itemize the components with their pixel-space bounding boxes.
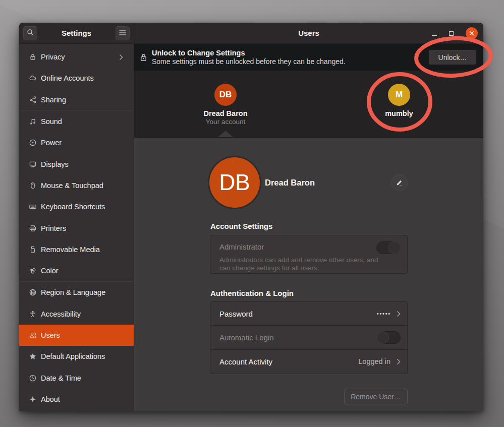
sidebar-item-default-applications[interactable]: Default Applications <box>19 346 134 367</box>
sidebar-item-accessibility[interactable]: Accessibility <box>19 303 134 325</box>
sidebar-item-displays[interactable]: Displays <box>19 153 134 174</box>
sidebar-item-label: Keyboard Shortcuts <box>41 203 129 211</box>
sidebar-item-region-language[interactable]: Region & Language <box>19 282 134 303</box>
sidebar-item-label: Date & Time <box>41 374 129 382</box>
cloud-icon <box>29 74 37 82</box>
app-title: Settings <box>62 29 91 37</box>
chevron-right-icon <box>119 54 123 60</box>
chevron-right-icon <box>397 311 401 317</box>
power-icon <box>29 139 37 147</box>
sidebar-header: Settings <box>19 23 134 44</box>
sidebar-item-about[interactable]: About <box>19 389 134 410</box>
close-button[interactable] <box>466 27 478 39</box>
automatic-login-toggle[interactable] <box>376 331 401 344</box>
sidebar-item-power[interactable]: Power <box>19 132 134 153</box>
mouse-icon <box>29 181 37 190</box>
sidebar-list: PrivacyOnline AccountsSharingSoundPowerD… <box>19 44 134 410</box>
settings-window: Settings PrivacyOnline AccountsSharingSo… <box>19 23 483 411</box>
user-chooser-dread-baron[interactable]: DB Dread Baron Your account <box>190 84 261 126</box>
avatar: M <box>388 84 410 106</box>
administrator-toggle[interactable] <box>376 241 401 254</box>
sidebar-item-color[interactable]: Color <box>19 260 134 281</box>
administrator-label: Administrator <box>219 242 264 251</box>
password-dots: ••••• <box>377 311 391 317</box>
printer-icon <box>29 224 37 232</box>
row-label: Password <box>219 310 377 318</box>
unlock-banner: Unlock to Change Settings Some settings … <box>134 44 483 71</box>
sidebar-item-sharing[interactable]: Sharing <box>19 89 134 110</box>
clock-icon <box>29 374 37 382</box>
sidebar-item-label: Accessibility <box>41 310 129 318</box>
minimize-button[interactable] <box>432 35 437 36</box>
pencil-icon <box>396 179 403 187</box>
auth-card: Password•••••Automatic LoginAccount Acti… <box>210 301 408 374</box>
sidebar-item-removable-media[interactable]: Removable Media <box>19 239 134 260</box>
media-icon <box>29 246 37 254</box>
row-label: Automatic Login <box>219 333 376 342</box>
display-icon <box>29 160 37 168</box>
chevron-right-icon <box>397 358 401 365</box>
user-switcher: DB Dread Baron Your account M mumbly <box>134 71 483 138</box>
color-icon <box>29 267 37 275</box>
star-icon <box>29 352 37 360</box>
globe-icon <box>29 288 37 296</box>
headerbar: Users <box>134 23 483 44</box>
keyboard-icon <box>29 203 37 211</box>
sidebar-item-printers[interactable]: Printers <box>19 217 134 238</box>
sidebar-item-label: Default Applications <box>41 352 129 360</box>
password-row[interactable]: Password••••• <box>210 302 407 326</box>
hamburger-icon <box>119 29 126 38</box>
note-icon <box>29 117 37 126</box>
sidebar-item-keyboard-shortcuts[interactable]: Keyboard Shortcuts <box>19 196 134 217</box>
maximize-button[interactable] <box>449 31 454 36</box>
user-subtitle: Your account <box>190 118 261 126</box>
unlock-button[interactable]: Unlock… <box>428 49 477 65</box>
access-icon <box>29 310 37 318</box>
share-icon <box>29 96 37 104</box>
unlock-banner-subtitle: Some settings must be unlocked before th… <box>152 57 428 66</box>
user-name: Dread Baron <box>190 109 261 117</box>
close-icon <box>469 30 475 36</box>
profile-name: Dread Baron <box>265 178 391 188</box>
sidebar-item-label: Mouse & Touchpad <box>41 181 129 190</box>
user-name: mumbly <box>364 109 434 117</box>
user-panel: DB Dread Baron Account Settings Administ… <box>134 138 483 411</box>
row-label: Account Activity <box>219 357 358 366</box>
selected-user-pointer <box>218 131 233 137</box>
account-settings-heading: Account Settings <box>210 222 272 230</box>
remove-user-button[interactable]: Remove User… <box>344 389 408 404</box>
sidebar-item-users[interactable]: Users <box>19 325 134 346</box>
sidebar-item-privacy[interactable]: Privacy <box>19 46 134 68</box>
sidebar-item-online-accounts[interactable]: Online Accounts <box>19 68 134 89</box>
sidebar-item-mouse-touchpad[interactable]: Mouse & Touchpad <box>19 175 134 196</box>
page-title: Users <box>134 29 483 37</box>
administrator-description: Administrators can add and remove other … <box>219 256 386 273</box>
menu-button[interactable] <box>116 26 130 40</box>
sidebar-item-label: Sound <box>41 117 129 126</box>
profile-row: DB Dread Baron <box>209 157 408 208</box>
sparkle-icon <box>29 395 37 403</box>
sidebar-item-date-time[interactable]: Date & Time <box>19 367 134 388</box>
avatar: DB <box>214 84 237 106</box>
automatic-login-row[interactable]: Automatic Login <box>210 326 407 349</box>
sidebar-item-label: Users <box>41 331 129 339</box>
lock-icon <box>140 53 147 62</box>
sidebar-item-label: Power <box>41 139 129 147</box>
sidebar-item-label: Sharing <box>41 96 129 104</box>
sidebar-item-label: Privacy <box>41 53 119 61</box>
sidebar-item-label: Color <box>41 267 129 275</box>
sidebar-item-sound[interactable]: Sound <box>19 111 134 132</box>
sidebar-item-label: Removable Media <box>41 246 129 254</box>
content-area: Users Unlock to Change Settings Some set… <box>134 23 483 411</box>
sidebar-item-label: Displays <box>41 160 129 168</box>
window-controls <box>432 23 478 44</box>
profile-avatar[interactable]: DB <box>209 157 260 208</box>
user-chooser-mumbly[interactable]: M mumbly <box>364 84 434 117</box>
edit-name-button[interactable] <box>391 174 408 191</box>
search-button[interactable] <box>23 26 37 40</box>
sidebar-item-label: Region & Language <box>41 288 129 296</box>
administrator-card: Administrator Administrators can add and… <box>210 235 408 274</box>
sidebar-item-label: About <box>41 395 129 403</box>
sidebar: Settings PrivacyOnline AccountsSharingSo… <box>19 23 134 411</box>
account-activity-row[interactable]: Account ActivityLogged in <box>210 350 407 374</box>
